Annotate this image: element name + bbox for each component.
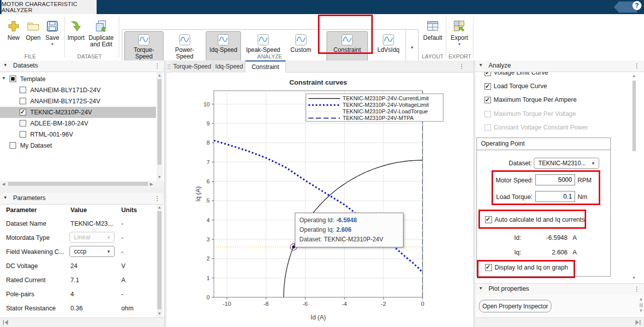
collapse-right-icon[interactable] xyxy=(634,320,640,325)
import-arrow-icon xyxy=(69,20,83,33)
dataset-row[interactable]: TEKNIC-M2310P-24V xyxy=(0,107,156,118)
param-name: Stator Resistance xyxy=(6,305,56,312)
analyze-menu-icon[interactable]: ⋮ xyxy=(633,62,639,70)
scroll-down-icon[interactable]: ▼ xyxy=(632,276,636,280)
open-label: Open xyxy=(26,35,40,41)
param-name: Pole-pairs xyxy=(6,291,34,298)
legend[interactable]: TEKNIC-M2310P-24V-CurrentLimitTEKNIC-M23… xyxy=(306,94,443,121)
tab-idq-speed[interactable]: Idq-Speed xyxy=(213,60,246,73)
dataset-row[interactable]: RTML-001-96V xyxy=(0,129,156,140)
help-icon[interactable]: ? xyxy=(632,1,641,10)
export-dropdown-caret[interactable]: ▾ xyxy=(458,42,460,46)
svg-text:0: 0 xyxy=(207,294,210,300)
new-button[interactable]: New xyxy=(4,17,23,41)
dropdown-value: cccp xyxy=(74,248,87,255)
open-button[interactable]: Open xyxy=(23,17,43,41)
dataset-row[interactable]: ANAHEIM-BLY172S-24V xyxy=(0,96,156,107)
dataset-label: RTML-001-96V xyxy=(30,131,73,138)
duplicate-and-edit-button[interactable]: Duplicate and Edit xyxy=(87,17,116,48)
dataset-row[interactable]: ADLEE-BM-180-24V xyxy=(0,118,156,129)
ribbon-tab-motor-characteristic-analyzer[interactable]: MOTOR CHARACTERISTIC ANALYZER xyxy=(2,0,97,14)
scroll-up-icon[interactable]: ▲ xyxy=(157,206,162,210)
tab-drag-handle[interactable] xyxy=(168,63,171,70)
scrollbar-thumb[interactable] xyxy=(632,81,636,151)
sine-wave-icon xyxy=(295,34,307,46)
dataset-row[interactable]: ANAHEIM-BLY171D-24V xyxy=(0,85,156,96)
import-button[interactable]: Import xyxy=(64,17,88,41)
voltage-limit-curve-checkbox[interactable] xyxy=(485,72,491,76)
default-layout-button[interactable]: Default xyxy=(422,17,444,41)
plot-properties-menu-icon[interactable]: ⋮ xyxy=(633,285,639,293)
scrollbar-thumb[interactable] xyxy=(639,303,643,307)
scroll-up-icon[interactable]: ▲ xyxy=(632,74,636,78)
dataset-checkbox[interactable] xyxy=(20,98,26,104)
expander-icon[interactable]: ▾ xyxy=(3,75,5,81)
scroll-up-icon[interactable]: ▲ xyxy=(157,74,162,78)
dataset-checkbox[interactable] xyxy=(20,120,26,126)
export-label: Export xyxy=(451,35,468,41)
datatip-iq-row: Operating Iq:2.606 xyxy=(299,225,399,235)
load-torque-curve-checkbox[interactable] xyxy=(485,83,491,90)
constraint-figure: -10-8-6-4-20012345678910Constraint curve… xyxy=(166,73,473,327)
scroll-right-icon[interactable]: ▶ xyxy=(150,182,153,186)
idq-speed-plot-button[interactable]: Idq-Speed xyxy=(206,31,241,63)
svg-text:-10: -10 xyxy=(223,301,231,307)
tree-row-my-dataset[interactable]: My Dataset xyxy=(0,140,156,151)
parameters-menu-icon[interactable]: ⋮ xyxy=(154,194,160,202)
save-dropdown-caret[interactable]: ▾ xyxy=(51,42,53,46)
load-torque-input[interactable] xyxy=(535,191,575,202)
scroll-left-icon[interactable]: ◀ xyxy=(2,182,5,186)
datasets-menu-icon[interactable]: ⋮ xyxy=(154,62,160,70)
tab-constraint[interactable]: Constraint xyxy=(246,60,286,73)
display-id-iq-checkbox[interactable] xyxy=(485,264,492,271)
ldvsidq-plot-button[interactable]: LdVsIdq xyxy=(373,31,404,63)
scroll-down-icon[interactable]: ▼ xyxy=(639,309,643,313)
dataset-checkbox[interactable] xyxy=(20,109,26,115)
custom-plot-button[interactable]: Custom xyxy=(286,31,315,63)
export-section-label: EXPORT xyxy=(441,53,479,59)
collapse-triangle-icon[interactable]: ▾ xyxy=(479,285,482,291)
tab-bar-menu-icon[interactable]: ⋮ xyxy=(458,62,464,70)
export-button[interactable]: Export ▾ xyxy=(448,17,471,46)
dataset-field-label: Dataset: xyxy=(509,160,532,167)
tab-torque-speed[interactable]: Torque-Speed xyxy=(172,60,213,73)
splitter[interactable] xyxy=(164,60,167,327)
title-bar: MOTOR CHARACTERISTIC ANALYZER ? xyxy=(0,0,644,14)
dataset-checkbox[interactable] xyxy=(20,87,26,93)
template-checkbox[interactable] xyxy=(10,76,16,82)
field-weakening-dropdown[interactable]: cccp ▼ xyxy=(69,246,115,257)
operating-point-datatip[interactable]: Operating Id:-6.5948 Operating Iq:2.606 … xyxy=(295,213,404,247)
open-property-inspector-button[interactable]: Open Property Inspector xyxy=(479,300,551,312)
svg-text:4: 4 xyxy=(207,217,210,223)
collapse-triangle-icon[interactable]: ▾ xyxy=(4,62,7,68)
voltage-limit-curve-label: Voltage Limit Curve xyxy=(494,72,548,76)
new-plus-icon xyxy=(7,20,20,33)
scrollbar-thumb[interactable] xyxy=(157,79,162,165)
chevron-down-icon: ▼ xyxy=(107,249,111,254)
column-header: Parameter xyxy=(6,207,37,214)
tree-group-template[interactable]: ▾ Template xyxy=(0,74,156,85)
torque-speed-plot-button[interactable]: Torque-Speed xyxy=(124,31,164,63)
scroll-down-icon[interactable]: ▼ xyxy=(157,312,162,316)
save-button[interactable]: Save ▾ xyxy=(43,17,61,46)
max-torque-per-ampere-checkbox[interactable] xyxy=(485,97,491,103)
constraint-chart[interactable]: -10-8-6-4-20012345678910Constraint curve… xyxy=(166,73,473,327)
operating-dataset-dropdown[interactable]: TEKNIC-M2310... ▼ xyxy=(534,158,599,169)
scroll-down-icon[interactable]: ▼ xyxy=(157,175,162,179)
collapse-triangle-icon[interactable]: ▾ xyxy=(479,62,482,68)
my-dataset-checkbox[interactable] xyxy=(10,142,16,149)
scrollbar-thumb[interactable] xyxy=(157,211,162,309)
scrollbar-thumb[interactable] xyxy=(8,182,148,186)
tab-label: Idq-Speed xyxy=(215,63,243,70)
collapse-triangle-icon[interactable]: ▾ xyxy=(4,194,7,200)
chevron-down-icon: ▼ xyxy=(591,161,595,166)
power-speed-plot-button[interactable]: Power-Speed xyxy=(167,31,203,63)
scroll-up-icon[interactable]: ▲ xyxy=(639,297,643,301)
sine-wave-icon xyxy=(341,34,353,46)
dataset-checkbox[interactable] xyxy=(20,131,26,138)
dataset-label: ANAHEIM-BLY171D-24V xyxy=(30,87,101,94)
motor-speed-input[interactable] xyxy=(535,174,575,185)
constraint-plot-button[interactable]: Constraint xyxy=(327,31,368,63)
auto-calculate-checkbox[interactable] xyxy=(485,216,492,223)
collapse-left-icon[interactable] xyxy=(3,320,9,325)
